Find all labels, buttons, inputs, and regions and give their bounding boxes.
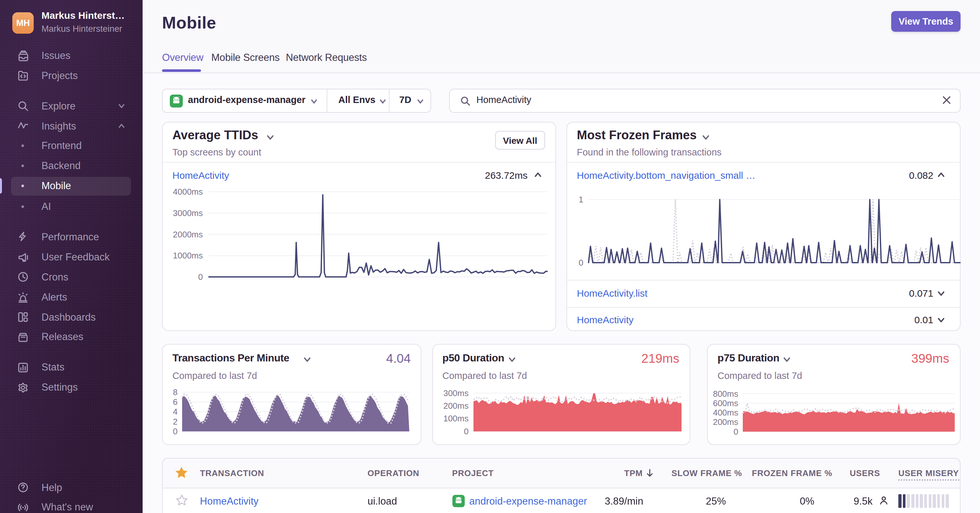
svg-text:200ms: 200ms (443, 401, 468, 411)
svg-text:800ms: 800ms (713, 389, 738, 399)
svg-text:2: 2 (173, 417, 178, 427)
svg-text:0: 0 (173, 427, 178, 436)
svg-text:0: 0 (198, 272, 203, 282)
svg-text:4000ms: 4000ms (173, 187, 203, 197)
svg-text:400ms: 400ms (713, 408, 738, 418)
svg-text:100ms: 100ms (443, 414, 468, 423)
svg-text:1: 1 (579, 195, 583, 204)
svg-text:6: 6 (173, 397, 178, 407)
svg-text:0: 0 (464, 427, 468, 436)
svg-text:3000ms: 3000ms (173, 208, 203, 218)
svg-text:0: 0 (734, 427, 738, 437)
svg-text:200ms: 200ms (713, 417, 738, 427)
svg-text:1000ms: 1000ms (173, 251, 203, 260)
svg-text:0: 0 (579, 258, 583, 267)
svg-text:8: 8 (173, 388, 178, 397)
svg-text:300ms: 300ms (443, 388, 468, 398)
svg-text:600ms: 600ms (713, 399, 738, 408)
svg-text:4: 4 (173, 407, 178, 416)
svg-text:2000ms: 2000ms (173, 230, 203, 239)
